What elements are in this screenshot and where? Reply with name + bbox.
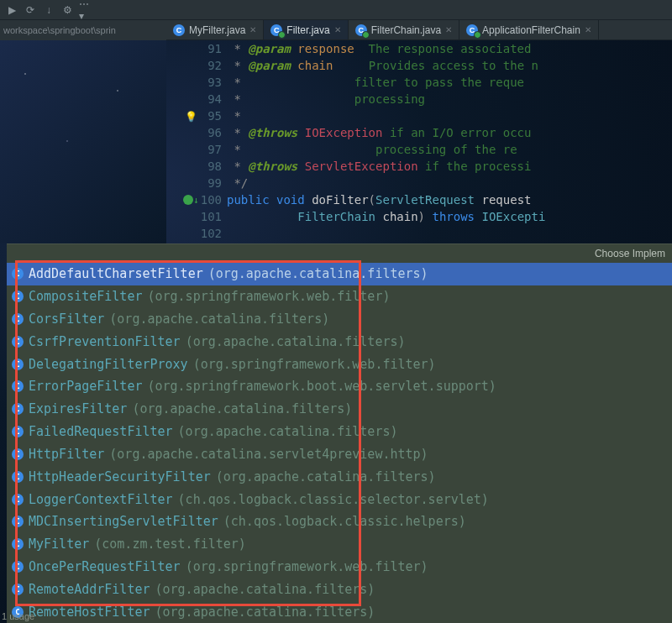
class-name: CsrfPreventionFilter (29, 334, 181, 349)
class-name: MyFilter (29, 537, 89, 552)
line-number: 96 (166, 124, 222, 141)
impl-item-onceperrequestfilter[interactable]: COncePerRequestFilter (org.springframewo… (7, 556, 672, 578)
impl-item-expiresfilter[interactable]: CExpiresFilter (org.apache.catalina.filt… (7, 398, 672, 421)
close-icon[interactable]: ✕ (249, 25, 256, 34)
package-name: (org.springframework.boot.web.servlet.su… (147, 379, 496, 394)
class-icon: C (12, 359, 24, 370)
breadcrumb[interactable]: workspace\springboot\sprin (0, 20, 166, 40)
code-line[interactable]: public void doFilter(ServletRequest requ… (227, 191, 672, 208)
class-icon: C (12, 403, 24, 415)
impl-item-loggercontextfilter[interactable]: CLoggerContextFilter (ch.qos.logback.cla… (7, 488, 672, 510)
tab-label: FilterChain.java (371, 24, 441, 36)
package-name: (ch.qos.logback.classic.selector.servlet… (178, 492, 489, 507)
code-line[interactable]: FilterChain chain) throws IOExcepti (227, 208, 672, 225)
class-name: AddDefaultCharsetFilter (29, 266, 203, 281)
line-number: 99 (166, 175, 222, 191)
line-number: 100 (166, 191, 222, 208)
class-icon: C (12, 561, 24, 573)
line-number: 98 (166, 158, 222, 175)
class-name: FailedRequestFilter (29, 424, 173, 439)
class-name: ErrorPageFilter (29, 379, 142, 394)
code-line[interactable]: * @throws ServletException if the proces… (227, 158, 672, 175)
line-number: 93 (166, 74, 222, 91)
editor[interactable]: 919293949596979899100101102 * @param res… (166, 40, 672, 259)
impl-item-adddefaultcharsetfilter[interactable]: CAddDefaultCharsetFilter (org.apache.cat… (7, 263, 672, 285)
package-name: (org.apache.catalina.filters) (216, 469, 436, 484)
project-panel (0, 40, 166, 243)
tab-filterchain-java[interactable]: CFilterChain.java✕ (349, 20, 459, 39)
impl-item-mdcinsertingservletfilter[interactable]: CMDCInsertingServletFilter (ch.qos.logba… (7, 510, 672, 533)
top-toolbar: ▶ ⟳ ↓ ⚙ ⋯▾ (0, 0, 672, 20)
code-line[interactable] (227, 225, 672, 242)
stop-icon[interactable]: ↓ (42, 3, 55, 17)
run-icon[interactable]: ▶ (5, 3, 18, 17)
line-number: 102 (166, 225, 222, 242)
impl-item-compositefilter[interactable]: CCompositeFilter (org.springframework.we… (7, 285, 672, 308)
code-line[interactable]: * filter to pass the reque (227, 74, 672, 91)
package-name: (org.apache.catalina.filters) (132, 401, 352, 416)
class-icon: C (12, 538, 24, 550)
impl-item-errorpagefilter[interactable]: CErrorPageFilter (org.springframework.bo… (7, 375, 672, 398)
tab-applicationfilterchain[interactable]: CApplicationFilterChain✕ (459, 20, 599, 39)
code-line[interactable]: * @param response The response associate… (227, 40, 672, 57)
impl-item-csrfpreventionfilter[interactable]: CCsrfPreventionFilter (org.apache.catali… (7, 330, 672, 353)
class-icon: C (12, 494, 24, 505)
impl-item-delegatingfilterproxy[interactable]: CDelegatingFilterProxy (org.springframew… (7, 353, 672, 375)
implementation-chooser-popup: Choose Implem CAddDefaultCharsetFilter (… (7, 243, 672, 623)
code-line[interactable]: */ (227, 175, 672, 191)
line-number: 92 (166, 57, 222, 74)
class-icon: C (173, 24, 185, 36)
class-icon: C (12, 448, 24, 460)
line-number: 101 (166, 208, 222, 225)
code-line[interactable]: * processing of the re (227, 141, 672, 158)
impl-item-failedrequestfilter[interactable]: CFailedRequestFilter (org.apache.catalin… (7, 421, 672, 443)
impl-item-httpfilter[interactable]: CHttpFilter (org.apache.catalina.servlet… (7, 443, 672, 466)
package-name: (org.apache.catalina.filters) (155, 605, 375, 620)
code-line[interactable]: * (227, 107, 672, 124)
tab-label: ApplicationFilterChain (482, 24, 580, 36)
class-name: CompositeFilter (29, 289, 142, 304)
class-icon: C (12, 584, 24, 595)
class-icon: C (12, 268, 24, 280)
code-line[interactable]: * @throws IOException if an I/O error oc… (227, 124, 672, 141)
tab-filter-java[interactable]: CFilter.java✕ (264, 20, 348, 39)
class-name: RemoteHostFilter (29, 605, 150, 620)
package-name: (org.apache.catalina.filters) (178, 424, 398, 439)
code-line[interactable]: * processing (227, 91, 672, 107)
popup-list[interactable]: CAddDefaultCharsetFilter (org.apache.cat… (7, 263, 672, 623)
usage-count[interactable]: 1 usage (2, 611, 34, 621)
line-number: 97 (166, 141, 222, 158)
class-name: OncePerRequestFilter (29, 559, 181, 574)
class-icon: C (466, 24, 478, 36)
more-icon[interactable]: ⋯▾ (79, 3, 92, 17)
impl-item-corsfilter[interactable]: CCorsFilter (org.apache.catalina.filters… (7, 308, 672, 331)
code-line[interactable]: * @param chain Provides access to the n (227, 57, 672, 74)
package-name: (com.zm.test.filter) (94, 537, 246, 552)
close-icon[interactable]: ✕ (585, 25, 591, 34)
code-area[interactable]: * @param response The response associate… (227, 40, 672, 259)
line-number: 95 (166, 107, 222, 124)
impl-item-remoteaddrfilter[interactable]: CRemoteAddrFilter (org.apache.catalina.f… (7, 578, 672, 600)
class-icon: C (12, 313, 24, 325)
class-icon: C (12, 471, 24, 483)
class-icon: C (270, 24, 282, 36)
class-name: CorsFilter (29, 312, 104, 327)
tab-label: Filter.java (286, 24, 329, 36)
package-name: (org.apache.catalina.servlet4preview.htt… (109, 447, 428, 462)
tab-myfilter-java[interactable]: CMyFilter.java✕ (166, 20, 264, 39)
package-name: (org.apache.catalina.filters) (155, 582, 375, 597)
impl-item-remotehostfilter[interactable]: CRemoteHostFilter (org.apache.catalina.f… (7, 600, 672, 623)
impl-item-myfilter[interactable]: CMyFilter (com.zm.test.filter) (7, 533, 672, 556)
package-name: (org.apache.catalina.filters) (109, 312, 329, 327)
class-icon: C (12, 291, 24, 302)
gear-icon[interactable]: ⚙ (60, 3, 74, 17)
close-icon[interactable]: ✕ (445, 25, 452, 34)
class-icon: C (12, 380, 24, 392)
class-icon: C (355, 24, 367, 36)
close-icon[interactable]: ✕ (334, 25, 341, 34)
popup-title: Choose Implem (7, 244, 672, 263)
rerun-icon[interactable]: ⟳ (24, 3, 37, 17)
class-name: HttpHeaderSecurityFilter (29, 469, 211, 484)
class-name: MDCInsertingServletFilter (29, 514, 218, 529)
impl-item-httpheadersecurityfilter[interactable]: CHttpHeaderSecurityFilter (org.apache.ca… (7, 465, 672, 488)
